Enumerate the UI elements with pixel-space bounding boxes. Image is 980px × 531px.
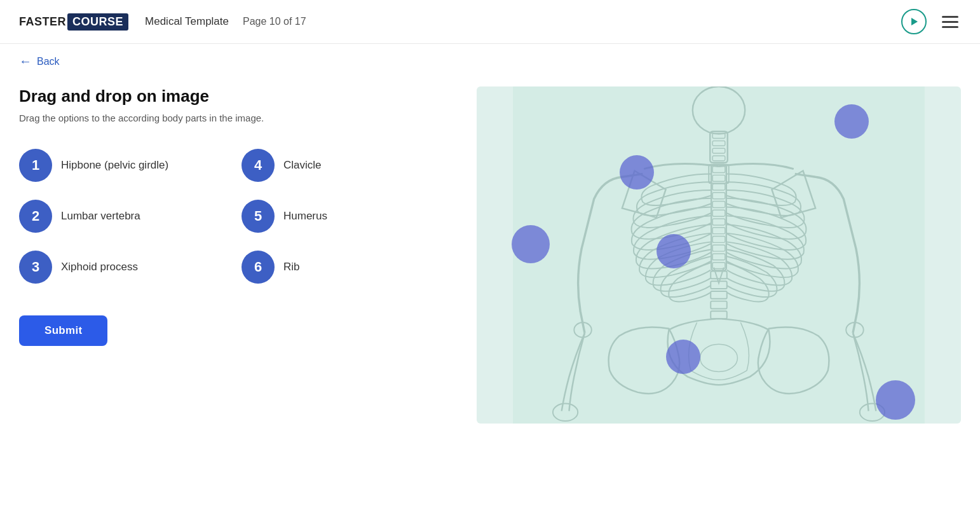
logo: FASTER COURSE [19, 13, 128, 31]
option-item-4[interactable]: 4 Clavicle [242, 149, 451, 182]
hamburger-line-2 [942, 21, 958, 23]
drop-zone-2[interactable] [620, 155, 654, 190]
svg-marker-0 [911, 18, 918, 25]
option-badge-2: 2 [19, 200, 52, 233]
submit-button[interactable]: Submit [19, 315, 107, 346]
option-label-4: Clavicle [283, 159, 322, 172]
option-badge-6: 6 [242, 251, 275, 284]
option-label-2: Lumbar vertebra [61, 210, 140, 223]
left-panel: Drag and drop on image Drag the options … [19, 86, 451, 424]
option-label-3: Xiphoid process [61, 261, 138, 273]
right-panel [477, 86, 961, 424]
logo-faster: FASTER [19, 15, 66, 29]
option-label-6: Rib [283, 261, 300, 273]
back-label: Back [37, 56, 60, 67]
page-heading: Drag and drop on image [19, 86, 451, 106]
option-item-2[interactable]: 2 Lumbar vertebra [19, 200, 229, 233]
option-label-5: Humerus [283, 210, 327, 223]
drop-zone-6[interactable] [876, 380, 915, 420]
option-label-1: Hipbone (pelvic girdle) [61, 159, 168, 172]
hamburger-line-1 [942, 16, 958, 18]
option-badge-5: 5 [242, 200, 275, 233]
back-arrow-icon: ← [19, 54, 32, 69]
app-container: FASTER COURSE Medical Template Page 10 o… [0, 0, 980, 531]
drop-zone-5[interactable] [666, 340, 700, 374]
drop-zone-3[interactable] [512, 225, 550, 263]
header-title: Medical Template [145, 15, 229, 28]
header: FASTER COURSE Medical Template Page 10 o… [0, 0, 980, 44]
skeleton-svg [477, 86, 961, 424]
options-grid: 1 Hipbone (pelvic girdle) 4 Clavicle 2 [19, 149, 451, 284]
option-badge-3: 3 [19, 251, 52, 284]
menu-button[interactable] [939, 13, 961, 31]
main-content: Drag and drop on image Drag the options … [0, 74, 980, 443]
skeleton-image [477, 86, 961, 424]
option-badge-1: 1 [19, 149, 52, 182]
option-item-3[interactable]: 3 Xiphoid process [19, 251, 229, 284]
back-button[interactable]: ← Back [19, 54, 60, 69]
drop-zone-1[interactable] [834, 104, 869, 139]
header-page-info: Page 10 of 17 [243, 16, 306, 27]
option-item-5[interactable]: 5 Humerus [242, 200, 451, 233]
hamburger-line-3 [942, 26, 958, 28]
play-button[interactable] [901, 9, 927, 34]
back-row: ← Back [0, 44, 980, 74]
logo-course: COURSE [67, 13, 128, 31]
page-subtext: Drag the options to the according body p… [19, 113, 451, 123]
header-right [901, 9, 961, 34]
option-item-6[interactable]: 6 Rib [242, 251, 451, 284]
option-item-1[interactable]: 1 Hipbone (pelvic girdle) [19, 149, 229, 182]
option-badge-4: 4 [242, 149, 275, 182]
drop-zone-4[interactable] [657, 234, 691, 268]
